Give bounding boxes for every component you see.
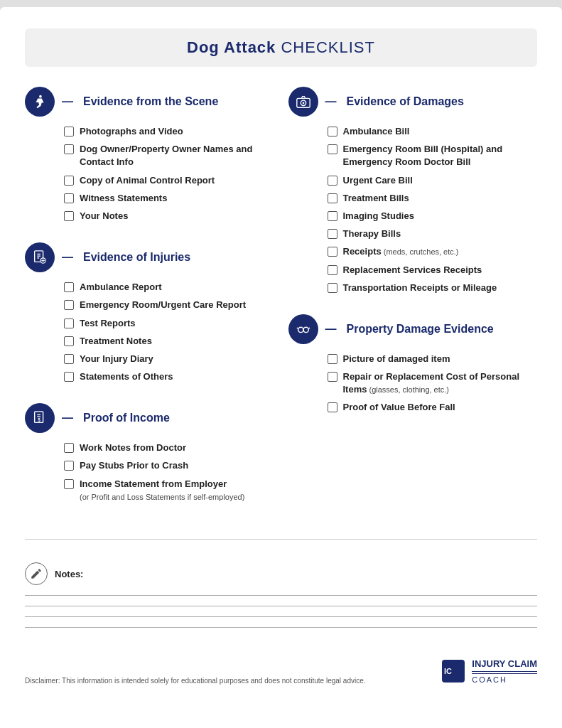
- logo-svg: IC: [441, 658, 466, 684]
- item-text: Ambulance Bill: [343, 125, 410, 138]
- running-person-icon: [25, 87, 55, 117]
- item-text: Statements of Others: [80, 370, 173, 383]
- list-item: Treatment Bills: [328, 192, 538, 205]
- item-text: Replacement Services Receipts: [343, 264, 482, 277]
- item-text: Your Injury Diary: [80, 353, 153, 365]
- logo-icon: IC: [441, 658, 466, 684]
- checkbox[interactable]: [64, 443, 74, 453]
- checkbox[interactable]: [328, 402, 337, 412]
- checkbox[interactable]: [64, 144, 74, 154]
- checkbox[interactable]: [64, 300, 74, 310]
- pencil-icon: [25, 562, 48, 585]
- checkbox[interactable]: [328, 229, 337, 239]
- checkbox[interactable]: [328, 372, 337, 382]
- disclaimer-text: Disclaimer: This information is intended…: [25, 677, 366, 685]
- checkbox[interactable]: [64, 193, 74, 203]
- item-text: Emergency Room Bill (Hospital) and Emerg…: [343, 143, 538, 168]
- checkbox[interactable]: [64, 176, 74, 186]
- list-item: Witness Statements: [64, 192, 274, 205]
- checkbox[interactable]: [328, 193, 337, 203]
- checkbox[interactable]: [64, 479, 74, 489]
- item-text: Therapy Bills: [343, 228, 401, 240]
- section-proof-income-header: $ — Proof of Income: [25, 403, 274, 433]
- checkbox[interactable]: [64, 461, 74, 471]
- notes-line-1: [25, 595, 537, 596]
- checkbox[interactable]: [328, 176, 337, 186]
- list-item: Transportation Receipts or Mileage: [328, 282, 538, 294]
- checkbox[interactable]: [64, 372, 74, 382]
- list-item: Emergency Room/Urgent Care Report: [64, 299, 274, 311]
- notes-line-4: [25, 627, 537, 628]
- list-item: Replacement Services Receipts: [328, 264, 538, 277]
- footer: Disclaimer: This information is intended…: [25, 653, 537, 685]
- list-item: Income Statement from Employer (or Profi…: [64, 478, 274, 503]
- checkbox[interactable]: [328, 144, 337, 154]
- notes-label: Notes:: [55, 569, 83, 579]
- item-text: Pay Stubs Prior to Crash: [80, 459, 188, 472]
- document-dollar-icon: $: [25, 403, 55, 433]
- checkbox[interactable]: [328, 283, 337, 293]
- list-item: Ambulance Bill: [328, 125, 538, 138]
- item-text: Emergency Room/Urgent Care Report: [80, 299, 246, 311]
- checkbox[interactable]: [328, 247, 337, 257]
- item-text: Dog Owner/Property Owner Names and Conta…: [80, 143, 274, 168]
- section-evidence-scene-title: Evidence from the Scene: [83, 95, 218, 108]
- checkbox[interactable]: [328, 354, 337, 364]
- arrow-dash: —: [325, 95, 337, 108]
- logo-area: IC INJURY CLAIM COACH: [441, 658, 537, 685]
- left-column: — Evidence from the Scene Photographs an…: [25, 87, 274, 523]
- section-evidence-damages-title: Evidence of Damages: [347, 95, 464, 108]
- list-item: Statements of Others: [64, 370, 274, 383]
- logo-coach: COACH: [472, 673, 537, 685]
- section-proof-income: $ — Proof of Income Work Notes from Doct…: [25, 403, 274, 503]
- checkbox[interactable]: [64, 354, 74, 364]
- item-text: Photographs and Video: [80, 125, 183, 138]
- section-evidence-injuries-title: Evidence of Injuries: [83, 251, 190, 264]
- section-evidence-damages-header: — Evidence of Damages: [288, 87, 538, 117]
- section-proof-income-title: Proof of Income: [83, 412, 170, 424]
- page: Dog Attack CHECKLIST — Evidence from the…: [0, 7, 562, 728]
- arrow-dash: —: [62, 95, 73, 108]
- section-evidence-scene: — Evidence from the Scene Photographs an…: [25, 87, 274, 223]
- list-item: Imaging Studies: [328, 210, 538, 223]
- checkbox[interactable]: [328, 127, 337, 136]
- list-item: Ambulance Report: [64, 281, 274, 294]
- checkbox[interactable]: [64, 282, 74, 292]
- main-content: — Evidence from the Scene Photographs an…: [25, 87, 537, 523]
- doc-dollar-svg: $: [32, 410, 48, 426]
- checkbox[interactable]: [64, 318, 74, 328]
- item-text: Copy of Animal Control Report: [80, 174, 215, 187]
- glasses-svg: [296, 321, 311, 337]
- arrow-dash: —: [62, 251, 73, 264]
- list-item: Your Notes: [64, 210, 274, 223]
- item-text: Transportation Receipts or Mileage: [343, 282, 497, 294]
- list-item: Dog Owner/Property Owner Names and Conta…: [64, 143, 274, 168]
- list-item: Picture of damaged item: [328, 353, 538, 365]
- checkbox[interactable]: [64, 211, 74, 221]
- list-item: Work Notes from Doctor: [64, 441, 274, 454]
- notes-line-2: [25, 606, 537, 606]
- pencil-svg: [30, 567, 43, 580]
- checkbox[interactable]: [328, 265, 337, 275]
- list-item: Pay Stubs Prior to Crash: [64, 459, 274, 472]
- checkbox[interactable]: [64, 336, 74, 346]
- person-svg: [32, 94, 48, 109]
- arrow-dash: —: [62, 412, 73, 424]
- item-text: Urgent Care Bill: [343, 174, 413, 187]
- checkbox[interactable]: [328, 211, 337, 221]
- list-item: Receipts (meds, crutches, etc.): [328, 245, 538, 258]
- item-text: Treatment Bills: [343, 192, 409, 205]
- list-item: Your Injury Diary: [64, 353, 274, 365]
- item-text: Witness Statements: [80, 192, 167, 205]
- list-item: Therapy Bills: [328, 228, 538, 240]
- evidence-damages-items: Ambulance Bill Emergency Room Bill (Hosp…: [288, 125, 538, 294]
- svg-line-18: [296, 328, 298, 328]
- section-evidence-scene-header: — Evidence from the Scene: [25, 87, 274, 117]
- section-evidence-injuries-header: — Evidence of Injuries: [25, 242, 274, 272]
- property-damage-items: Picture of damaged item Repair or Replac…: [288, 353, 538, 414]
- notes-section: Notes:: [25, 555, 537, 641]
- logo-text: INJURY CLAIM COACH: [472, 658, 537, 685]
- checkbox[interactable]: [64, 127, 74, 136]
- item-text: Work Notes from Doctor: [80, 441, 186, 454]
- item-text: Ambulance Report: [80, 281, 162, 294]
